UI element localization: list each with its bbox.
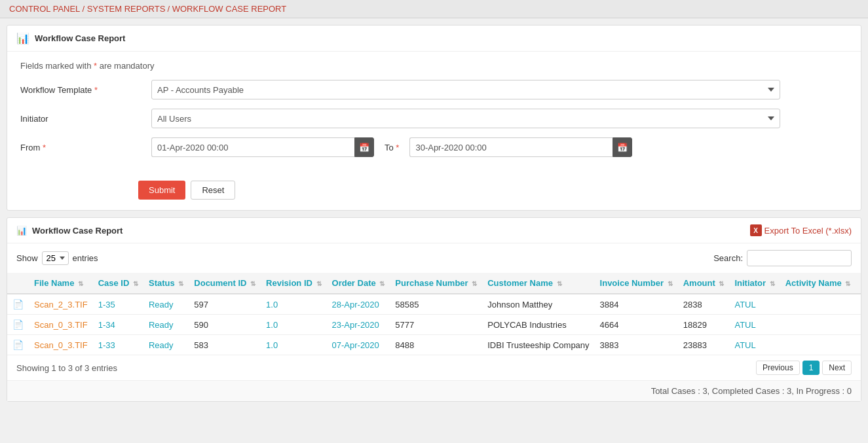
orderdate-link[interactable]: 28-Apr-2020 — [332, 300, 379, 310]
row-customer: POLYCAB Industries — [482, 315, 594, 335]
orderdate-link[interactable]: 23-Apr-2020 — [332, 320, 379, 330]
row-invoice: 3883 — [595, 335, 678, 355]
col-revid[interactable]: Revision ID ⇅ — [261, 273, 326, 294]
show-label: Show — [16, 253, 38, 263]
row-assigned — [856, 294, 861, 315]
caseid-link[interactable]: 1-35 — [98, 300, 115, 310]
table-header-row: File Name ⇅ Case ID ⇅ Status ⇅ Document … — [7, 273, 861, 294]
filename-link[interactable]: Scan_2_3.TIF — [34, 300, 88, 310]
page-1-button[interactable]: 1 — [802, 361, 820, 375]
row-revid: 1.0 — [261, 294, 326, 315]
initiator-row: Initiator All Users — [20, 109, 848, 128]
col-docid[interactable]: Document ID ⇅ — [189, 273, 261, 294]
chart-icon: 📊 — [16, 32, 29, 44]
entries-select[interactable]: 25 — [42, 251, 69, 265]
results-header-left: 📊 Workflow Case Report — [16, 226, 123, 236]
row-file-icon: 📄 — [7, 335, 29, 355]
revid-link[interactable]: 1.0 — [266, 320, 278, 330]
row-activity — [780, 335, 856, 355]
col-icon — [7, 273, 29, 294]
from-label: From * — [20, 143, 151, 152]
col-assigned[interactable]: Assigned to ⇅ — [856, 273, 861, 294]
revid-link[interactable]: 1.0 — [266, 340, 278, 350]
row-invoice: 3884 — [595, 294, 678, 315]
from-date-input[interactable] — [151, 137, 354, 157]
search-input[interactable] — [747, 250, 852, 266]
col-purchasenum[interactable]: Purchase Number ⇅ — [390, 273, 482, 294]
button-row: Submit Reset — [7, 175, 861, 210]
row-caseid: 1-34 — [93, 315, 143, 335]
row-docid: 590 — [189, 315, 261, 335]
col-activity[interactable]: Activity Name ⇅ — [780, 273, 856, 294]
form-section: Fields marked with * are mandatory Workf… — [7, 52, 861, 175]
results-panel-title: Workflow Case Report — [32, 226, 123, 236]
col-invoice[interactable]: Invoice Number ⇅ — [595, 273, 678, 294]
results-panel: 📊 Workflow Case Report X Export To Excel… — [7, 217, 861, 402]
row-initiator: ATUL — [729, 335, 780, 355]
breadcrumb-item-2[interactable]: System Reports — [82, 4, 165, 14]
table-scroll-wrapper: File Name ⇅ Case ID ⇅ Status ⇅ Document … — [7, 273, 861, 355]
row-amount: 23883 — [678, 335, 730, 355]
initiator-link[interactable]: ATUL — [734, 300, 755, 310]
row-orderdate: 23-Apr-2020 — [327, 315, 390, 335]
to-calendar-button[interactable]: 📅 — [613, 137, 632, 157]
orderdate-link[interactable]: 07-Apr-2020 — [332, 340, 379, 350]
workflow-template-label: Workflow Template * — [20, 85, 151, 95]
table-row: 📄 Scan_0_3.TIF 1-34 Ready 590 1.0 23-Apr… — [7, 315, 861, 335]
row-invoice: 4664 — [595, 315, 678, 335]
workflow-template-row: Workflow Template * AP - Accounts Payabl… — [20, 80, 848, 99]
row-file-icon: 📄 — [7, 315, 29, 335]
next-button[interactable]: Next — [822, 361, 852, 375]
workflow-template-select[interactable]: AP - Accounts Payable — [151, 80, 780, 99]
row-filename: Scan_0_3.TIF — [29, 335, 93, 355]
prev-button[interactable]: Previous — [756, 361, 800, 375]
col-orderdate[interactable]: Order Date ⇅ — [327, 273, 390, 294]
table-row: 📄 Scan_0_3.TIF 1-33 Ready 583 1.0 07-Apr… — [7, 335, 861, 355]
from-date-wrapper: 📅 — [151, 137, 374, 157]
to-date-wrapper: 📅 — [409, 137, 632, 157]
row-status: Ready — [143, 294, 189, 315]
breadcrumb-item-1[interactable]: Control Panel — [9, 4, 80, 14]
totals-text: Total Cases : 3, Completed Cases : 3, In… — [651, 386, 852, 396]
row-amount: 18829 — [678, 315, 730, 335]
mandatory-note: Fields marked with * are mandatory — [20, 61, 848, 71]
row-caseid: 1-35 — [93, 294, 143, 315]
pdf-icon: 📄 — [12, 299, 24, 310]
filename-link[interactable]: Scan_0_3.TIF — [34, 340, 88, 350]
row-purchasenum: 8488 — [390, 335, 482, 355]
status-badge: Ready — [149, 340, 174, 350]
col-caseid[interactable]: Case ID ⇅ — [93, 273, 143, 294]
filename-link[interactable]: Scan_0_3.TIF — [34, 320, 88, 330]
from-calendar-button[interactable]: 📅 — [354, 137, 374, 157]
table-footer: Showing 1 to 3 of 3 entries Previous 1 N… — [7, 355, 861, 380]
caseid-link[interactable]: 1-34 — [98, 320, 115, 330]
export-excel-button[interactable]: X Export To Excel (*.xlsx) — [750, 224, 852, 236]
col-status[interactable]: Status ⇅ — [143, 273, 189, 294]
col-customer[interactable]: Customer Name ⇅ — [482, 273, 594, 294]
submit-button[interactable]: Submit — [138, 181, 185, 200]
row-activity — [780, 315, 856, 335]
initiator-link[interactable]: ATUL — [734, 320, 755, 330]
search-label: Search: — [713, 253, 743, 263]
row-purchasenum: 58585 — [390, 294, 482, 315]
row-customer: Johnson Matthey — [482, 294, 594, 315]
results-table: File Name ⇅ Case ID ⇅ Status ⇅ Document … — [7, 273, 861, 355]
breadcrumb: Control Panel System Reports Workflow Ca… — [0, 0, 868, 18]
col-filename[interactable]: File Name ⇅ — [29, 273, 93, 294]
initiator-link[interactable]: ATUL — [734, 340, 755, 350]
row-filename: Scan_2_3.TIF — [29, 294, 93, 315]
search-box: Search: — [713, 250, 852, 266]
col-initiator[interactable]: Initiator ⇅ — [729, 273, 780, 294]
initiator-label: Initiator — [20, 114, 151, 124]
to-date-input[interactable] — [409, 137, 613, 157]
reset-button[interactable]: Reset — [191, 181, 235, 200]
form-panel-header: 📊 Workflow Case Report — [7, 26, 861, 52]
revid-link[interactable]: 1.0 — [266, 300, 278, 310]
col-amount[interactable]: Amount ⇅ — [678, 273, 730, 294]
excel-icon: X — [750, 224, 762, 236]
caseid-link[interactable]: 1-33 — [98, 340, 115, 350]
row-orderdate: 07-Apr-2020 — [327, 335, 390, 355]
initiator-select[interactable]: All Users — [151, 109, 780, 128]
row-customer: IDBI Trusteeship Company — [482, 335, 594, 355]
row-initiator: ATUL — [729, 294, 780, 315]
